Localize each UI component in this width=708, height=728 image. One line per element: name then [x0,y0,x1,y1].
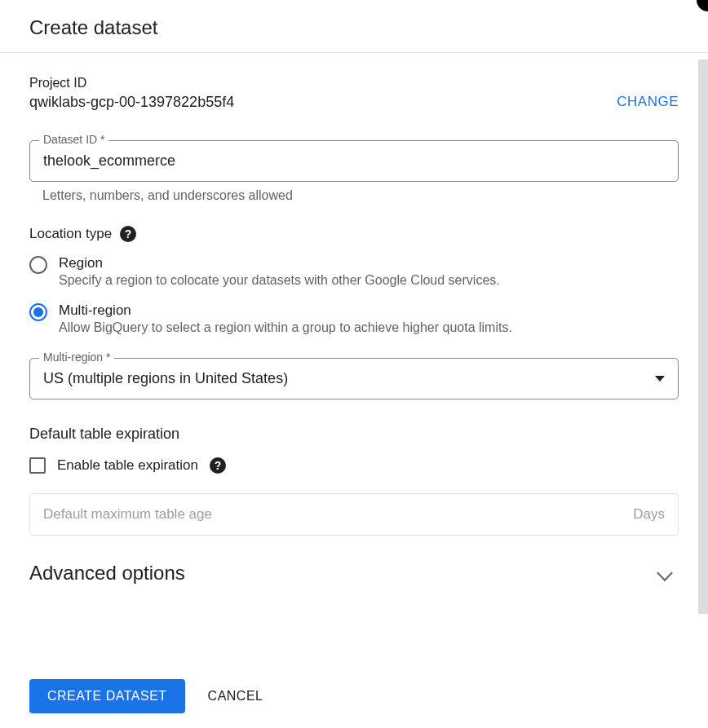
radio-multi-region-title: Multi-region [59,302,512,319]
dialog-footer: CREATE DATASET CANCEL [0,664,708,728]
cancel-button[interactable]: CANCEL [208,689,263,704]
enable-expiration-label: Enable table expiration [57,457,198,474]
multi-region-field: Multi-region * US (multiple regions in U… [29,358,679,399]
enable-expiration-row: Enable table expiration ? [29,457,679,474]
dataset-id-helper: Letters, numbers, and underscores allowe… [29,188,679,203]
enable-expiration-checkbox[interactable] [29,457,46,474]
create-dataset-button[interactable]: CREATE DATASET [29,679,185,713]
dropdown-arrow-icon [655,376,665,382]
multi-region-value: US (multiple regions in United States) [43,370,288,387]
scrollbar[interactable] [698,60,708,614]
project-id-value: qwiklabs-gcp-00-1397822b55f4 [29,94,234,111]
dataset-id-field: Dataset ID * [29,140,679,182]
table-age-unit: Days [633,506,665,523]
table-age-input: Default maximum table age Days [29,493,679,536]
project-id-info: Project ID qwiklabs-gcp-00-1397822b55f4 [29,76,234,111]
project-id-label: Project ID [29,76,234,90]
dialog-header: Create dataset [0,0,708,53]
table-age-placeholder: Default maximum table age [43,506,212,523]
help-icon[interactable]: ? [210,457,226,474]
radio-region-desc: Specify a region to colocate your datase… [59,273,500,288]
location-type-label: Location type ? [29,226,679,242]
expiration-heading: Default table expiration [29,426,679,443]
location-type-radio-group: Region Specify a region to colocate your… [29,255,679,335]
page-title: Create dataset [29,16,679,39]
multi-region-label: Multi-region * [39,351,114,364]
dataset-id-label: Dataset ID * [39,133,108,146]
radio-multi-region[interactable]: Multi-region Allow BigQuery to select a … [29,302,679,335]
radio-region-title: Region [59,255,500,271]
radio-region[interactable]: Region Specify a region to colocate your… [29,255,679,288]
radio-region-circle [29,256,47,274]
radio-region-content: Region Specify a region to colocate your… [59,255,500,288]
radio-multi-region-content: Multi-region Allow BigQuery to select a … [59,302,512,335]
dialog-content: Project ID qwiklabs-gcp-00-1397822b55f4 … [0,53,708,656]
location-type-text: Location type [29,226,112,242]
multi-region-select[interactable]: US (multiple regions in United States) [29,358,679,399]
change-project-button[interactable]: CHANGE [617,94,679,110]
advanced-options-label: Advanced options [29,562,185,585]
radio-multi-region-desc: Allow BigQuery to select a region within… [59,320,512,335]
chevron-down-icon [657,565,673,581]
dataset-id-input[interactable] [29,140,679,182]
advanced-options-toggle[interactable]: Advanced options [29,562,679,585]
help-icon[interactable]: ? [120,226,136,242]
radio-multi-region-circle [29,303,47,321]
project-id-row: Project ID qwiklabs-gcp-00-1397822b55f4 … [29,76,679,111]
